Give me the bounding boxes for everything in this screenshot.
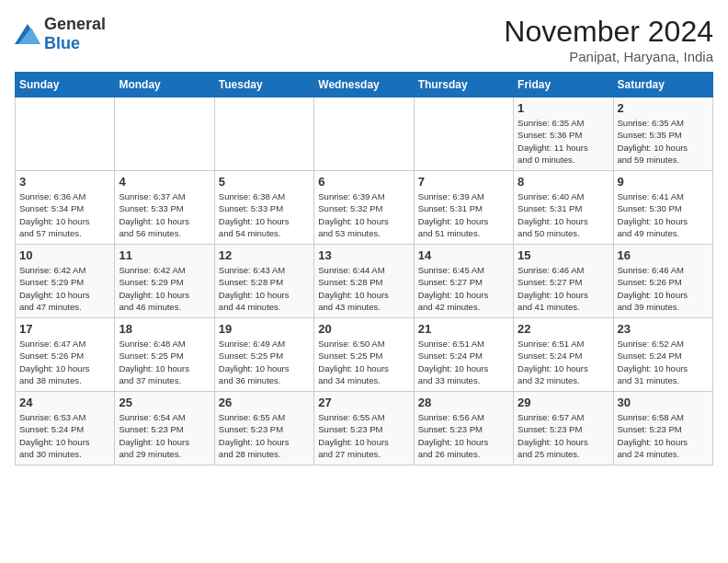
cell-info: Sunrise: 6:39 AM Sunset: 5:31 PM Dayligh…: [418, 190, 509, 239]
day-number: 25: [119, 396, 210, 409]
header-day: Saturday: [613, 73, 712, 98]
day-number: 13: [318, 248, 409, 262]
cell-info: Sunrise: 6:46 AM Sunset: 5:26 PM Dayligh…: [618, 264, 709, 313]
calendar-body: 1Sunrise: 6:35 AM Sunset: 5:36 PM Daylig…: [16, 98, 713, 465]
day-number: 17: [19, 322, 110, 336]
calendar-cell: [414, 98, 513, 171]
calendar-cell: [115, 98, 214, 171]
header-day: Thursday: [414, 73, 513, 98]
day-number: 1: [518, 101, 609, 115]
day-number: 10: [19, 248, 110, 262]
calendar-cell: 27Sunrise: 6:55 AM Sunset: 5:23 PM Dayli…: [314, 392, 414, 465]
day-number: 18: [119, 322, 210, 336]
calendar-week: 24Sunrise: 6:53 AM Sunset: 5:24 PM Dayli…: [16, 392, 713, 465]
day-number: 28: [418, 396, 509, 409]
day-number: 23: [618, 322, 709, 336]
cell-info: Sunrise: 6:45 AM Sunset: 5:27 PM Dayligh…: [418, 264, 509, 313]
cell-info: Sunrise: 6:57 AM Sunset: 5:23 PM Dayligh…: [518, 411, 609, 460]
month-title: November 2024: [504, 15, 713, 49]
day-number: 4: [119, 175, 210, 189]
calendar-cell: 6Sunrise: 6:39 AM Sunset: 5:32 PM Daylig…: [314, 171, 414, 245]
cell-info: Sunrise: 6:35 AM Sunset: 5:35 PM Dayligh…: [618, 117, 709, 166]
calendar-cell: 23Sunrise: 6:52 AM Sunset: 5:24 PM Dayli…: [613, 318, 712, 392]
day-number: 26: [219, 396, 310, 409]
day-number: 29: [518, 396, 609, 409]
cell-info: Sunrise: 6:50 AM Sunset: 5:25 PM Dayligh…: [318, 338, 409, 386]
calendar-cell: 5Sunrise: 6:38 AM Sunset: 5:33 PM Daylig…: [214, 171, 313, 245]
cell-info: Sunrise: 6:51 AM Sunset: 5:24 PM Dayligh…: [418, 338, 509, 386]
day-number: 9: [618, 175, 709, 189]
cell-info: Sunrise: 6:51 AM Sunset: 5:24 PM Dayligh…: [518, 338, 609, 386]
calendar-cell: 11Sunrise: 6:42 AM Sunset: 5:29 PM Dayli…: [115, 245, 214, 318]
calendar-week: 17Sunrise: 6:47 AM Sunset: 5:26 PM Dayli…: [16, 318, 713, 392]
calendar-cell: 18Sunrise: 6:48 AM Sunset: 5:25 PM Dayli…: [115, 318, 214, 392]
calendar-cell: 17Sunrise: 6:47 AM Sunset: 5:26 PM Dayli…: [16, 318, 115, 392]
day-number: 3: [19, 175, 110, 189]
calendar-cell: 3Sunrise: 6:36 AM Sunset: 5:34 PM Daylig…: [16, 171, 115, 245]
header-day: Tuesday: [214, 73, 313, 98]
day-number: 15: [518, 248, 609, 262]
cell-info: Sunrise: 6:40 AM Sunset: 5:31 PM Dayligh…: [518, 190, 609, 239]
day-number: 19: [219, 322, 310, 336]
calendar-cell: 9Sunrise: 6:41 AM Sunset: 5:30 PM Daylig…: [613, 171, 712, 245]
cell-info: Sunrise: 6:55 AM Sunset: 5:23 PM Dayligh…: [219, 411, 310, 460]
cell-info: Sunrise: 6:55 AM Sunset: 5:23 PM Dayligh…: [318, 411, 409, 460]
calendar-cell: 25Sunrise: 6:54 AM Sunset: 5:23 PM Dayli…: [115, 392, 214, 465]
day-number: 2: [618, 101, 709, 115]
cell-info: Sunrise: 6:41 AM Sunset: 5:30 PM Dayligh…: [618, 190, 709, 239]
day-number: 12: [219, 248, 310, 262]
calendar-cell: 29Sunrise: 6:57 AM Sunset: 5:23 PM Dayli…: [514, 392, 613, 465]
cell-info: Sunrise: 6:53 AM Sunset: 5:24 PM Dayligh…: [19, 411, 110, 460]
calendar-cell: 21Sunrise: 6:51 AM Sunset: 5:24 PM Dayli…: [414, 318, 513, 392]
logo-icon: [15, 24, 40, 44]
calendar-header: SundayMondayTuesdayWednesdayThursdayFrid…: [16, 73, 713, 98]
day-number: 5: [219, 175, 310, 189]
calendar-cell: [16, 98, 115, 171]
day-number: 24: [19, 396, 110, 409]
day-number: 16: [618, 248, 709, 262]
calendar-cell: 7Sunrise: 6:39 AM Sunset: 5:31 PM Daylig…: [414, 171, 513, 245]
calendar-cell: 30Sunrise: 6:58 AM Sunset: 5:23 PM Dayli…: [613, 392, 712, 465]
cell-info: Sunrise: 6:42 AM Sunset: 5:29 PM Dayligh…: [119, 264, 210, 313]
calendar-cell: 2Sunrise: 6:35 AM Sunset: 5:35 PM Daylig…: [613, 98, 712, 171]
day-number: 21: [418, 322, 509, 336]
header-day: Wednesday: [314, 73, 414, 98]
logo: General Blue: [15, 15, 106, 53]
day-number: 14: [418, 248, 509, 262]
cell-info: Sunrise: 6:43 AM Sunset: 5:28 PM Dayligh…: [219, 264, 310, 313]
day-number: 8: [518, 175, 609, 189]
header-day: Monday: [115, 73, 214, 98]
cell-info: Sunrise: 6:44 AM Sunset: 5:28 PM Dayligh…: [318, 264, 409, 313]
calendar-cell: 4Sunrise: 6:37 AM Sunset: 5:33 PM Daylig…: [115, 171, 214, 245]
calendar-cell: 14Sunrise: 6:45 AM Sunset: 5:27 PM Dayli…: [414, 245, 513, 318]
calendar-cell: 19Sunrise: 6:49 AM Sunset: 5:25 PM Dayli…: [214, 318, 313, 392]
cell-info: Sunrise: 6:42 AM Sunset: 5:29 PM Dayligh…: [19, 264, 110, 313]
day-number: 7: [418, 175, 509, 189]
cell-info: Sunrise: 6:56 AM Sunset: 5:23 PM Dayligh…: [418, 411, 509, 460]
calendar-cell: 24Sunrise: 6:53 AM Sunset: 5:24 PM Dayli…: [16, 392, 115, 465]
calendar-cell: 13Sunrise: 6:44 AM Sunset: 5:28 PM Dayli…: [314, 245, 414, 318]
cell-info: Sunrise: 6:38 AM Sunset: 5:33 PM Dayligh…: [219, 190, 310, 239]
calendar-cell: 15Sunrise: 6:46 AM Sunset: 5:27 PM Dayli…: [514, 245, 613, 318]
calendar-cell: [214, 98, 313, 171]
calendar-cell: 28Sunrise: 6:56 AM Sunset: 5:23 PM Dayli…: [414, 392, 513, 465]
calendar-cell: 1Sunrise: 6:35 AM Sunset: 5:36 PM Daylig…: [514, 98, 613, 171]
day-number: 6: [318, 175, 409, 189]
location: Panipat, Haryana, India: [504, 49, 713, 64]
page-header: General Blue November 2024 Panipat, Hary…: [15, 15, 713, 64]
day-number: 22: [518, 322, 609, 336]
calendar-cell: 12Sunrise: 6:43 AM Sunset: 5:28 PM Dayli…: [214, 245, 313, 318]
header-row: SundayMondayTuesdayWednesdayThursdayFrid…: [16, 73, 713, 98]
cell-info: Sunrise: 6:54 AM Sunset: 5:23 PM Dayligh…: [119, 411, 210, 460]
day-number: 20: [318, 322, 409, 336]
cell-info: Sunrise: 6:48 AM Sunset: 5:25 PM Dayligh…: [119, 338, 210, 386]
cell-info: Sunrise: 6:47 AM Sunset: 5:26 PM Dayligh…: [19, 338, 110, 386]
day-number: 30: [618, 396, 709, 409]
calendar-cell: 20Sunrise: 6:50 AM Sunset: 5:25 PM Dayli…: [314, 318, 414, 392]
day-number: 27: [318, 396, 409, 409]
cell-info: Sunrise: 6:52 AM Sunset: 5:24 PM Dayligh…: [618, 338, 709, 386]
cell-info: Sunrise: 6:46 AM Sunset: 5:27 PM Dayligh…: [518, 264, 609, 313]
header-day: Sunday: [16, 73, 115, 98]
calendar-cell: [314, 98, 414, 171]
calendar-week: 10Sunrise: 6:42 AM Sunset: 5:29 PM Dayli…: [16, 245, 713, 318]
